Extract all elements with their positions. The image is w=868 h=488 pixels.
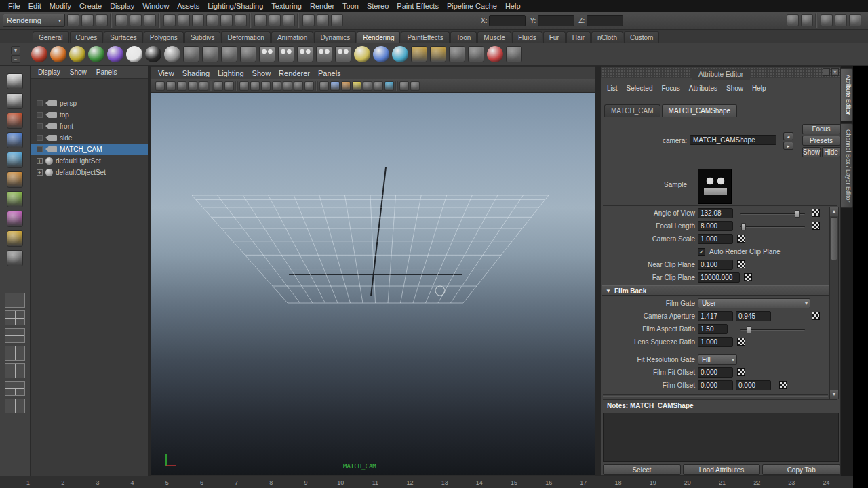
expand-toggle-icon[interactable] bbox=[37, 135, 43, 141]
outliner-item[interactable]: side bbox=[31, 132, 148, 144]
viewport-menu-item[interactable]: View bbox=[154, 69, 178, 77]
shelf-tab[interactable]: PaintEffects bbox=[401, 31, 449, 43]
camera-name-field[interactable]: MATCH_CAMShape bbox=[690, 135, 776, 145]
checker-texture-icon[interactable] bbox=[183, 46, 199, 62]
notes-textarea[interactable] bbox=[603, 413, 839, 462]
render-settings-icon[interactable] bbox=[331, 14, 343, 26]
attribute-editor-tab[interactable]: MATCH_CAM bbox=[604, 104, 660, 117]
snap-to-view-plane-icon[interactable] bbox=[220, 14, 233, 26]
tool-settings-toggle-icon[interactable] bbox=[849, 14, 861, 26]
frame-number[interactable]: 22 bbox=[740, 479, 774, 486]
shelf-tab[interactable]: Deformation bbox=[221, 31, 270, 43]
auto-render-clip-plane-checkbox[interactable]: ✓ bbox=[698, 248, 705, 256]
frame-number[interactable]: 23 bbox=[774, 479, 809, 486]
screen-space-ao-icon[interactable] bbox=[374, 81, 383, 91]
material-sample-swatch[interactable] bbox=[698, 169, 732, 204]
footer-button[interactable]: Select bbox=[603, 464, 681, 475]
angle-of-view-field[interactable]: 132.08 bbox=[698, 208, 733, 218]
film-gate-icon[interactable] bbox=[250, 81, 260, 91]
menu-item[interactable]: Help bbox=[501, 1, 525, 11]
outliner-item[interactable]: persp bbox=[31, 98, 148, 109]
safe-title-icon[interactable] bbox=[304, 81, 314, 91]
render-layers-icon[interactable] bbox=[506, 46, 522, 62]
menu-item[interactable]: Create bbox=[75, 1, 106, 11]
film-offset-y-field[interactable]: 0.000 bbox=[736, 380, 771, 390]
shelf-tab[interactable]: Muscle bbox=[477, 31, 511, 43]
outliner-item[interactable]: front bbox=[31, 121, 148, 132]
expand-toggle-icon[interactable] bbox=[37, 112, 43, 118]
snap-to-point-icon[interactable] bbox=[192, 14, 204, 26]
attribute-editor-title-bar[interactable]: Attribute Editor — ✕ bbox=[601, 67, 840, 78]
layout-three-split-top[interactable] bbox=[5, 381, 25, 396]
shelf-tab[interactable]: Animation bbox=[271, 31, 313, 43]
anisotropic-material-icon[interactable] bbox=[31, 46, 47, 62]
file-texture-icon[interactable] bbox=[202, 46, 218, 62]
texture-map-button[interactable] bbox=[812, 312, 820, 320]
numeric-input-icon[interactable] bbox=[801, 14, 813, 26]
outliner-item[interactable]: defaultObjectSet bbox=[31, 167, 148, 178]
smooth-shade-icon[interactable] bbox=[330, 81, 340, 91]
attribute-editor-menu-item[interactable]: Focus bbox=[661, 85, 679, 92]
frame-number[interactable]: 16 bbox=[532, 479, 566, 486]
layout-three-split-left[interactable] bbox=[5, 363, 25, 378]
menu-item[interactable]: Modify bbox=[45, 1, 75, 11]
frame-number[interactable]: 10 bbox=[323, 479, 358, 486]
surface-shader-material-icon[interactable] bbox=[126, 46, 142, 62]
panel-divider[interactable] bbox=[595, 66, 601, 476]
shelf-tab[interactable]: Hair bbox=[566, 31, 591, 43]
snap-to-grid-icon[interactable] bbox=[163, 14, 176, 26]
minimize-icon[interactable]: — bbox=[823, 68, 830, 76]
camera-attributes-icon[interactable] bbox=[177, 81, 186, 91]
attribute-editor-menu-item[interactable]: List bbox=[607, 85, 618, 92]
attribute-editor-menu-item[interactable]: Show bbox=[726, 85, 743, 92]
mental-ray-icon[interactable] bbox=[487, 46, 503, 62]
viewport-toolbar-icon[interactable] bbox=[235, 81, 238, 92]
status-icon[interactable] bbox=[815, 13, 818, 28]
grid-icon[interactable] bbox=[239, 81, 249, 91]
frame-number[interactable]: 11 bbox=[358, 479, 393, 486]
input-connections-icon[interactable] bbox=[254, 14, 267, 26]
select-camera-icon[interactable] bbox=[155, 81, 165, 91]
field-chart-icon[interactable] bbox=[283, 81, 292, 91]
noise-texture-icon[interactable] bbox=[240, 46, 256, 62]
viewport-3d-view[interactable]: MATCH_CAM bbox=[151, 93, 595, 475]
hypershade-icon[interactable] bbox=[316, 46, 332, 62]
attribute-editor-menu-item[interactable]: Help bbox=[752, 85, 766, 92]
layout-single-pane[interactable] bbox=[5, 293, 25, 308]
camera-scale-field[interactable]: 1.000 bbox=[698, 234, 733, 244]
layout-two-side-by-side[interactable] bbox=[5, 346, 25, 361]
frame-number[interactable]: 15 bbox=[496, 479, 531, 486]
status-icon[interactable] bbox=[249, 13, 252, 28]
soft-modification-tool[interactable] bbox=[7, 211, 23, 227]
right-panel-tab[interactable]: Channel Box / Layer Editor bbox=[841, 123, 853, 209]
film-aspect-ratio-slider[interactable] bbox=[740, 329, 805, 331]
frame-number[interactable]: 21 bbox=[705, 479, 739, 486]
shelf-tab[interactable]: Curves bbox=[70, 31, 104, 43]
open-scene-icon[interactable] bbox=[81, 14, 94, 26]
far-clip-plane-field[interactable]: 10000.000 bbox=[698, 272, 740, 283]
attribute-editor-menu-item[interactable]: Attributes bbox=[689, 85, 717, 92]
layout-two-stacked[interactable] bbox=[5, 328, 25, 343]
scrollbar-thumb[interactable] bbox=[831, 217, 837, 260]
frame-number[interactable]: 19 bbox=[635, 479, 670, 486]
frame-number[interactable]: 13 bbox=[427, 479, 462, 486]
focal-length-field[interactable]: 8.000 bbox=[698, 221, 733, 231]
blinn-material-icon[interactable] bbox=[50, 46, 66, 62]
ipr-render-icon[interactable] bbox=[317, 14, 329, 26]
viewport-menu-item[interactable]: Shading bbox=[178, 69, 214, 77]
ambient-light-icon[interactable] bbox=[354, 46, 370, 62]
expand-toggle-icon[interactable] bbox=[37, 123, 43, 129]
shelf-tab[interactable]: Fur bbox=[543, 31, 566, 43]
gate-mask-icon[interactable] bbox=[272, 81, 281, 91]
scroll-down-icon[interactable]: ▼ bbox=[830, 390, 838, 399]
ramp-shader-material-icon[interactable] bbox=[107, 46, 123, 62]
attribute-editor-toggle-icon[interactable] bbox=[835, 14, 847, 26]
menu-item[interactable]: Assets bbox=[173, 1, 203, 11]
focus-button[interactable]: Focus bbox=[802, 124, 840, 134]
frame-number[interactable]: 8 bbox=[254, 479, 288, 486]
textured-icon[interactable] bbox=[341, 81, 351, 91]
menu-item[interactable]: Window bbox=[138, 1, 173, 11]
texture-map-button[interactable] bbox=[737, 235, 745, 243]
render-scene-icon[interactable] bbox=[259, 46, 275, 62]
select-tool[interactable] bbox=[7, 73, 23, 89]
